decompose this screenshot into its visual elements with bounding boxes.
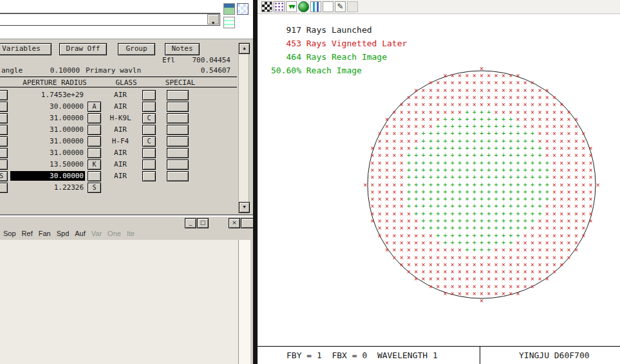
special-options-button[interactable] [167, 102, 189, 112]
close-button[interactable]: × [229, 218, 240, 228]
svg-text:×: × [400, 239, 404, 246]
group-button[interactable]: Group [118, 43, 155, 55]
grid-icon[interactable] [237, 3, 249, 15]
glass-flag-button[interactable] [142, 171, 156, 181]
special-options-button[interactable] [167, 90, 189, 100]
radius-flag-button[interactable] [88, 136, 101, 147]
special-options-button[interactable] [167, 148, 189, 158]
svg-text:+: + [451, 181, 455, 188]
glass-flag-button[interactable]: C [142, 136, 156, 147]
svg-text:+: + [465, 123, 469, 130]
svg-text:+: + [487, 196, 491, 203]
row-select-button[interactable] [0, 136, 8, 147]
svg-text:×: × [531, 224, 534, 232]
glass-cell[interactable]: AIR [100, 90, 140, 100]
aperture-radius-cell[interactable]: 31.00000 [10, 148, 85, 158]
aperture-radius-cell[interactable]: 1.7453e+29 [10, 90, 85, 100]
menu-item-ref[interactable]: Ref [22, 230, 33, 239]
window-icon[interactable] [223, 3, 235, 15]
glass-flag-button[interactable]: C [142, 113, 156, 123]
svg-text:×: × [465, 290, 469, 297]
glass-cell[interactable]: AIR [100, 102, 140, 111]
radius-flag-button[interactable]: K [88, 159, 101, 170]
radius-flag-button[interactable]: A [88, 102, 101, 112]
svg-text:×: × [458, 72, 462, 79]
special-options-button[interactable] [167, 113, 189, 123]
svg-text:×: × [465, 254, 469, 261]
aperture-radius-cell[interactable]: 1.22326 [10, 183, 85, 192]
svg-text:×: × [392, 116, 396, 123]
draw-off-button[interactable]: Draw Off [59, 43, 107, 55]
row-select-button[interactable] [0, 102, 8, 112]
pane-divider[interactable] [253, 0, 258, 364]
glass-flag-button[interactable] [142, 125, 156, 135]
menu-item-sop[interactable]: Sop [3, 230, 16, 239]
row-select-button[interactable] [0, 148, 8, 158]
glass-flag-button[interactable] [142, 102, 156, 112]
aperture-radius-cell[interactable]: 31.00000 [10, 125, 85, 134]
minimize-button[interactable]: _ [185, 218, 196, 228]
svg-text:×: × [385, 196, 389, 203]
glass-flag-button[interactable] [142, 148, 156, 158]
svg-text:×: × [559, 123, 563, 130]
combobox-dropdown-button[interactable]: ▼ [207, 14, 219, 24]
field-angle-value[interactable]: 0.10000 [37, 66, 80, 75]
svg-text:×: × [574, 123, 578, 130]
variables-button[interactable]: Variables [0, 43, 52, 55]
row-select-button[interactable] [0, 125, 8, 135]
aperture-radius-cell[interactable]: 13.50000 [10, 159, 85, 169]
radius-flag-button[interactable] [88, 148, 101, 158]
glass-flag-button[interactable] [142, 159, 156, 170]
radius-flag-button[interactable] [88, 125, 101, 135]
aperture-radius-cell[interactable]: 30.00000 [10, 171, 85, 181]
glass-cell[interactable]: AIR [100, 159, 140, 169]
notes-button[interactable]: Notes [165, 43, 200, 55]
svg-text:×: × [392, 109, 396, 116]
svg-text:+: + [538, 145, 541, 152]
row-select-button[interactable] [0, 113, 8, 123]
row-select-button[interactable] [0, 183, 8, 193]
menu-item-auf[interactable]: Auf [75, 230, 86, 239]
glass-flag-button[interactable] [142, 90, 156, 100]
special-options-button[interactable] [167, 159, 189, 170]
special-options-button[interactable] [167, 171, 189, 181]
glass-cell[interactable]: H-K9L [100, 113, 140, 123]
command-combobox[interactable]: ▼ [0, 13, 220, 26]
primary-wavln-value[interactable]: 0.54607 [182, 66, 230, 75]
glass-cell[interactable]: AIR [100, 125, 140, 134]
svg-text:+: + [509, 116, 512, 123]
menu-item-fan[interactable]: Fan [39, 230, 51, 239]
svg-text:+: + [429, 196, 433, 203]
special-options-button[interactable] [167, 125, 189, 135]
glass-cell[interactable]: H-F4 [100, 136, 140, 146]
glass-cell[interactable]: AIR [100, 148, 140, 158]
radius-flag-button[interactable]: S [88, 183, 101, 193]
svg-text:+: + [473, 152, 476, 159]
svg-text:+: + [502, 203, 505, 210]
scroll-up-button[interactable]: ▲ [239, 43, 250, 54]
cells-icon[interactable] [223, 17, 235, 28]
menu-item-spd[interactable]: Spd [57, 230, 70, 239]
glass-cell[interactable]: AIR [100, 171, 140, 181]
aperture-radius-cell[interactable]: 30.00000 [10, 102, 85, 111]
row-select-button[interactable] [0, 159, 8, 170]
text-window-scrollbar[interactable] [238, 240, 250, 364]
text-window-body[interactable] [0, 240, 238, 364]
svg-text:+: + [407, 174, 411, 181]
aperture-radius-cell[interactable]: 31.00000 [10, 113, 85, 123]
svg-text:+: + [458, 217, 462, 224]
row-select-button[interactable]: S [0, 171, 8, 181]
aperture-radius-cell[interactable]: 31.00000 [10, 136, 85, 146]
row-select-button[interactable] [0, 90, 8, 100]
radius-flag-button[interactable] [88, 171, 101, 181]
svg-text:+: + [458, 138, 462, 145]
surface-scrollbar[interactable]: ▲ ▼ [238, 42, 249, 214]
special-options-button[interactable] [167, 136, 189, 147]
svg-text:×: × [414, 239, 418, 246]
restore-button[interactable]: □ [197, 218, 209, 228]
svg-text:+: + [531, 152, 534, 159]
scroll-down-button[interactable]: ▼ [239, 202, 250, 213]
radius-flag-button[interactable] [88, 113, 101, 123]
svg-text:×: × [400, 188, 404, 196]
svg-text:+: + [458, 116, 462, 123]
